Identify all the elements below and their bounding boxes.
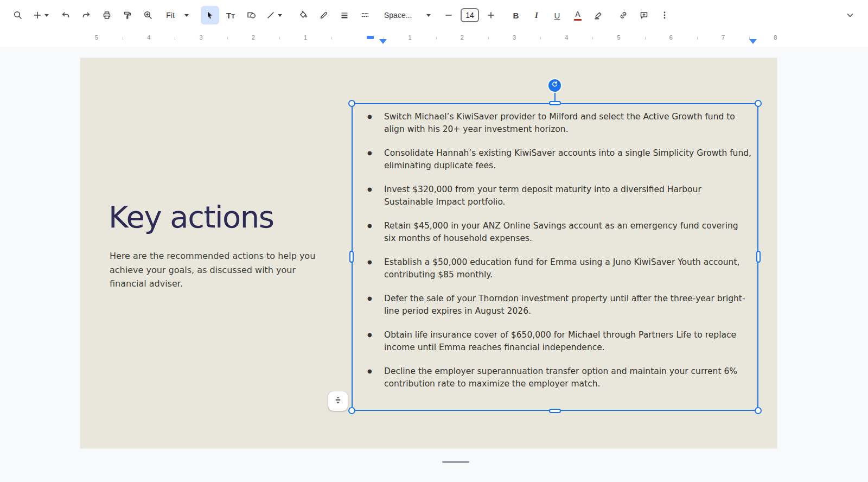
font-family-label: Space... <box>381 11 414 20</box>
ruler-number: 7 <box>722 34 725 41</box>
ruler-number: 6 <box>669 34 673 41</box>
bullet-dot <box>367 220 372 232</box>
resize-handle-top[interactable] <box>549 101 561 105</box>
bullet-text: Invest $320,000 from your term deposit m… <box>384 185 701 207</box>
ruler: 5432112345678 <box>0 30 868 47</box>
bullet-dot <box>367 365 372 378</box>
paint-roller-icon <box>123 10 132 20</box>
bullet-item: Decline the employer superannuation tran… <box>353 365 752 390</box>
ruler-number: 8 <box>774 34 777 41</box>
bullet-list: Switch Michael’s KiwiSaver provider to M… <box>353 111 752 402</box>
textbox-tool-button[interactable]: TT <box>221 6 240 24</box>
more-options-button[interactable] <box>655 6 674 24</box>
border-color-button[interactable] <box>315 6 333 24</box>
app-window: Fit TT <box>0 0 868 482</box>
ruler-tick <box>175 37 175 40</box>
bullet-dot <box>367 329 372 341</box>
bullet-item: Switch Michael’s KiwiSaver provider to M… <box>353 111 752 135</box>
slide-title[interactable]: Key actions <box>108 199 273 234</box>
ruler-tick <box>436 37 437 40</box>
font-size-input[interactable]: 14 <box>461 8 479 22</box>
print-icon <box>102 10 112 20</box>
italic-button[interactable]: I <box>527 6 546 24</box>
italic-icon: I <box>535 11 538 20</box>
resize-handle-bottom-right[interactable] <box>755 407 762 414</box>
decrease-font-size-button[interactable] <box>439 6 458 24</box>
undo-button[interactable] <box>56 6 75 24</box>
border-weight-button[interactable] <box>335 6 354 24</box>
ruler-number: 4 <box>147 34 150 41</box>
resize-handle-left[interactable] <box>349 251 354 263</box>
first-line-indent-marker[interactable] <box>367 36 374 39</box>
ruler-tick <box>123 37 123 40</box>
paint-format-button[interactable] <box>118 6 137 24</box>
resize-handle-bottom-left[interactable] <box>348 407 355 414</box>
ruler-number: 4 <box>565 34 568 41</box>
bullet-text: Retain $45,000 in your ANZ Online Saving… <box>384 221 738 243</box>
select-tool-button[interactable] <box>201 6 219 24</box>
paint-bucket-icon <box>298 10 308 20</box>
border-dash-button[interactable] <box>356 6 374 24</box>
bullet-dot <box>367 183 372 196</box>
bullet-text: Switch Michael’s KiwiSaver provider to M… <box>384 112 735 134</box>
line-weight-icon <box>340 10 349 20</box>
font-family-select[interactable]: Space... <box>381 6 433 24</box>
ruler-tick <box>592 37 593 40</box>
shape-tool-button[interactable] <box>242 6 260 24</box>
bullet-text: Establish a $50,000 education fund for E… <box>384 257 739 280</box>
search-menus-button[interactable] <box>9 6 27 24</box>
add-comment-button[interactable] <box>635 6 653 24</box>
resize-handle-bottom[interactable] <box>549 409 561 413</box>
ruler-tick <box>540 37 541 40</box>
redo-icon <box>81 10 91 20</box>
text-tool-icon: TT <box>226 11 235 20</box>
underline-button[interactable]: U <box>548 6 566 24</box>
ruler-number: 3 <box>513 34 516 41</box>
left-indent-marker[interactable] <box>379 39 387 44</box>
highlighter-icon <box>593 10 603 20</box>
toolbar: Fit TT <box>0 0 868 30</box>
highlight-color-button[interactable] <box>589 6 608 24</box>
ruler-tick <box>645 37 646 40</box>
ruler-tick <box>227 37 228 40</box>
slide-subtitle[interactable]: Here are the recommended actions to help… <box>110 249 326 291</box>
plus-icon <box>486 10 496 20</box>
line-tool-button[interactable] <box>263 6 288 24</box>
bold-icon: B <box>513 11 519 20</box>
resize-handle-top-left[interactable] <box>348 100 355 107</box>
selected-text-box[interactable]: Switch Michael’s KiwiSaver provider to M… <box>352 103 758 411</box>
ruler-number: 3 <box>199 34 202 41</box>
print-button[interactable] <box>98 6 116 24</box>
ruler-tick <box>488 37 489 40</box>
chevron-down-icon <box>184 14 189 17</box>
resize-handle-right[interactable] <box>756 251 761 263</box>
ruler-number: 1 <box>304 34 307 41</box>
chevron-down-icon <box>278 14 282 17</box>
fill-color-button[interactable] <box>294 6 312 24</box>
increase-font-size-button[interactable] <box>482 6 500 24</box>
text-color-icon: A <box>574 10 582 21</box>
bold-button[interactable]: B <box>507 6 525 24</box>
zoom-fit-select[interactable]: Fit <box>159 6 194 24</box>
new-slide-button[interactable] <box>29 6 54 24</box>
shapes-icon <box>246 10 256 20</box>
bullet-dot <box>367 111 372 123</box>
link-icon <box>618 10 628 20</box>
zoom-button[interactable] <box>139 6 157 24</box>
bullet-item: Invest $320,000 from your term deposit m… <box>353 183 752 208</box>
undo-icon <box>61 10 71 20</box>
right-indent-marker[interactable] <box>749 39 757 44</box>
bullet-text: Obtain life insurance cover of $650,000 … <box>384 330 736 352</box>
rotate-handle[interactable] <box>548 79 561 92</box>
line-dash-icon <box>360 10 370 20</box>
text-color-button[interactable]: A <box>569 6 587 24</box>
bullet-item: Retain $45,000 in your ANZ Online Saving… <box>353 220 752 244</box>
drag-reorder-handle[interactable] <box>328 391 348 411</box>
insert-link-button[interactable] <box>614 6 633 24</box>
ruler-number: 2 <box>252 34 255 41</box>
ruler-tick <box>279 37 280 40</box>
speaker-notes-resize-bar[interactable] <box>442 461 469 463</box>
resize-handle-top-right[interactable] <box>755 100 762 107</box>
hide-menus-button[interactable] <box>841 6 859 24</box>
redo-button[interactable] <box>77 6 95 24</box>
